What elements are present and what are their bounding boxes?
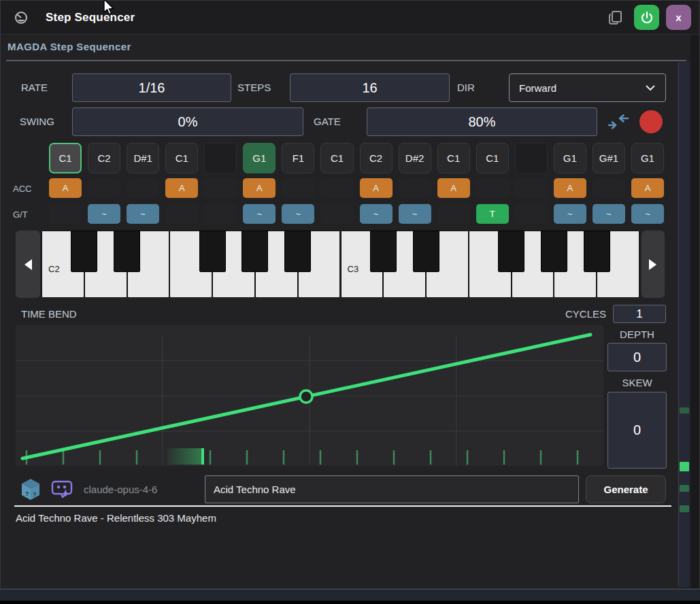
power-icon (640, 11, 654, 24)
step-note-11[interactable]: C1 (437, 143, 470, 173)
step-note-6[interactable]: G1 (243, 143, 276, 173)
gt-cell-7[interactable]: ~ (282, 204, 314, 224)
acc-cell-4[interactable]: A (165, 178, 198, 198)
gt-cell-12[interactable]: T (476, 204, 509, 224)
svg-text:?: ? (33, 491, 37, 498)
gt-cell-13[interactable] (515, 204, 548, 224)
gate-label: GATE (314, 107, 341, 136)
acc-cell-16[interactable]: A (631, 178, 664, 198)
gt-cell-1[interactable] (49, 204, 82, 224)
window-title: Step Sequencer (46, 11, 135, 24)
timebend-graph[interactable] (16, 325, 603, 466)
acc-cell-3[interactable] (127, 178, 159, 198)
gt-cell-4[interactable] (165, 204, 198, 224)
cycles-field[interactable]: 1 (613, 305, 666, 323)
acc-cell-15[interactable] (593, 178, 625, 198)
acc-cell-1[interactable]: A (49, 178, 82, 198)
octave-label: C3 (348, 264, 359, 274)
black-key[interactable] (114, 231, 140, 272)
acc-cell-9[interactable]: A (360, 178, 393, 198)
black-key[interactable] (71, 231, 97, 272)
steps-field[interactable]: 16 (290, 73, 450, 102)
black-key[interactable] (413, 231, 439, 272)
step-note-15[interactable]: G#1 (593, 143, 625, 173)
dir-selected-value: Forward (519, 82, 556, 94)
piano-keyboard: C2C3 (41, 231, 639, 298)
gt-cell-15[interactable]: ~ (593, 204, 625, 224)
scrollbar-track[interactable] (678, 62, 690, 587)
step-note-9[interactable]: C2 (360, 143, 393, 173)
scroll-marker (680, 462, 689, 471)
glide-tie-row: ~~~~~~T~~~ (49, 204, 664, 224)
step-note-3[interactable]: D#1 (127, 143, 159, 173)
gt-cell-2[interactable]: ~ (88, 204, 120, 224)
gt-cell-8[interactable] (320, 204, 353, 224)
duplicate-button[interactable] (604, 6, 627, 29)
prompt-input[interactable] (205, 475, 579, 503)
black-key[interactable] (541, 231, 567, 272)
gt-cell-16[interactable]: ~ (631, 204, 664, 224)
octave-up-button[interactable] (641, 231, 665, 298)
right-arrow-icon (648, 258, 659, 271)
black-key[interactable] (584, 231, 610, 272)
mystery-cube-icon[interactable]: ? ? (20, 477, 41, 502)
close-button[interactable]: x (666, 5, 691, 30)
step-note-2[interactable]: C2 (88, 143, 120, 173)
step-note-7[interactable]: F1 (282, 143, 314, 173)
bend-handle[interactable] (300, 390, 312, 403)
cycles-label: CYCLES (559, 308, 606, 320)
gt-cell-9[interactable]: ~ (360, 204, 393, 224)
converge-arrows-icon[interactable] (607, 113, 629, 131)
model-name: claude-opus-4-6 (84, 484, 157, 495)
dir-select[interactable]: Forward (509, 73, 666, 102)
step-note-1[interactable]: C1 (49, 143, 82, 173)
depth-label: DEPTH (607, 329, 667, 340)
acc-cell-5[interactable] (204, 178, 237, 198)
gt-cell-10[interactable]: ~ (399, 204, 431, 224)
acc-cell-14[interactable]: A (554, 178, 586, 198)
scroll-marker (680, 485, 689, 492)
step-note-10[interactable]: D#2 (399, 143, 431, 173)
gt-cell-6[interactable]: ~ (243, 204, 276, 224)
black-key[interactable] (241, 231, 268, 272)
generate-button[interactable]: Generate (586, 475, 666, 503)
acc-cell-2[interactable] (88, 178, 120, 198)
acc-cell-7[interactable] (282, 178, 314, 198)
gate-field[interactable]: 80% (367, 107, 597, 136)
acc-cell-11[interactable]: A (437, 178, 470, 198)
acc-cell-12[interactable] (476, 178, 509, 198)
record-indicator[interactable] (639, 110, 663, 133)
ai-bot-icon[interactable] (50, 477, 74, 502)
timebend-title: TIME BEND (21, 308, 77, 320)
step-note-4[interactable]: C1 (165, 143, 198, 173)
gt-cell-14[interactable]: ~ (554, 204, 586, 224)
plugin-window: Step Sequencer x MAGDA Step Sequencer RA… (0, 0, 700, 589)
gt-cell-11[interactable] (437, 204, 470, 224)
swing-field[interactable]: 0% (72, 107, 303, 136)
rate-field[interactable]: 1/16 (72, 73, 231, 102)
black-key[interactable] (370, 231, 397, 272)
black-key[interactable] (498, 231, 524, 272)
acc-cell-6[interactable]: A (243, 178, 276, 198)
depth-field[interactable]: 0 (607, 343, 667, 371)
step-note-13[interactable] (515, 143, 548, 173)
gt-cell-5[interactable] (204, 204, 237, 224)
step-note-5[interactable] (204, 143, 237, 173)
result-divider (14, 505, 671, 507)
step-note-12[interactable]: C1 (476, 143, 509, 173)
step-note-16[interactable]: G1 (631, 143, 664, 173)
skew-field[interactable]: 0 (607, 392, 667, 469)
rate-label: RATE (21, 73, 48, 102)
acc-cell-8[interactable] (320, 178, 353, 198)
step-note-14[interactable]: G1 (554, 143, 586, 173)
step-note-8[interactable]: C1 (320, 143, 353, 173)
power-button[interactable] (634, 5, 659, 30)
acc-cell-10[interactable] (399, 178, 431, 198)
acc-cell-13[interactable] (515, 178, 548, 198)
left-arrow-icon (22, 258, 33, 271)
octave-down-button[interactable] (16, 231, 40, 298)
gt-cell-3[interactable]: ~ (127, 204, 159, 224)
black-key[interactable] (199, 231, 226, 272)
black-key[interactable] (284, 231, 311, 272)
chevron-down-icon (645, 84, 656, 91)
